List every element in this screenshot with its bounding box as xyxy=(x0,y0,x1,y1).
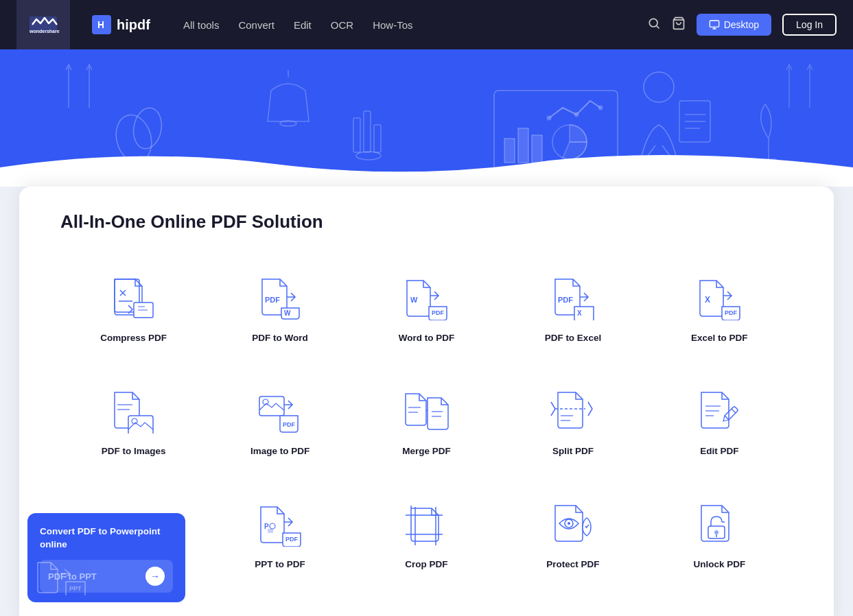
pdf-to-images-label: PDF to Images xyxy=(102,446,166,456)
hipdf-text: hipdf xyxy=(117,17,150,33)
nav-links: All tools Convert Edit OCR How-Tos xyxy=(183,19,413,31)
tool-pdf-to-excel[interactable]: PDF X PDF to Excel xyxy=(500,257,646,359)
split-pdf-label: Split PDF xyxy=(552,446,594,456)
word-to-pdf-label: Word to PDF xyxy=(399,333,455,343)
nav-all-tools[interactable]: All tools xyxy=(183,19,220,31)
pdf-to-word-label: PDF to Word xyxy=(252,333,308,343)
tool-crop-pdf[interactable]: Crop PDF xyxy=(353,484,500,586)
navbar: wondershare hipdf All tools Convert Edit… xyxy=(0,0,853,49)
svg-point-3 xyxy=(649,19,657,27)
compress-pdf-label: Compress PDF xyxy=(100,333,167,343)
pdf-to-excel-label: PDF to Excel xyxy=(545,333,602,343)
word-to-pdf-icon: W PDF xyxy=(399,274,454,323)
svg-text:PDF: PDF xyxy=(283,421,296,428)
tool-pdf-to-word[interactable]: PDF W PDF to Word xyxy=(207,257,353,359)
svg-point-72 xyxy=(568,522,570,525)
svg-text:PDF: PDF xyxy=(265,296,280,304)
svg-text:X: X xyxy=(705,295,710,305)
svg-text:PDF: PDF xyxy=(432,309,445,316)
unlock-pdf-icon xyxy=(692,500,747,549)
nav-edit[interactable]: Edit xyxy=(294,19,312,31)
tool-protect-pdf[interactable]: Protect PDF xyxy=(500,484,646,586)
nav-actions: Desktop Log In xyxy=(647,14,837,36)
tool-pdf-to-images[interactable]: PDF to Images xyxy=(60,370,207,473)
svg-point-22 xyxy=(547,116,551,120)
excel-to-pdf-icon: X PDF xyxy=(692,274,747,323)
ppt-to-pdf-icon: P PDF xyxy=(253,500,307,549)
excel-to-pdf-label: Excel to PDF xyxy=(691,333,748,343)
ppt-to-pdf-label: PPT to PDF xyxy=(255,559,305,569)
svg-point-7 xyxy=(130,106,165,151)
svg-line-62 xyxy=(732,409,736,413)
crop-pdf-label: Crop PDF xyxy=(405,559,447,569)
svg-text:PDF: PDF xyxy=(725,309,738,316)
hipdf-brand[interactable]: hipdf xyxy=(92,15,150,34)
compress-pdf-icon xyxy=(106,274,161,323)
pdf-to-images-icon xyxy=(106,387,161,436)
search-icon[interactable] xyxy=(647,16,661,34)
wondershare-logo[interactable]: wondershare xyxy=(16,0,70,49)
unlock-pdf-label: Unlock PDF xyxy=(693,559,745,569)
tool-compress-pdf[interactable]: Compress PDF xyxy=(60,257,207,359)
pdf-to-word-icon: PDF W xyxy=(253,274,307,323)
svg-rect-5 xyxy=(710,21,718,27)
hero-banner xyxy=(0,49,853,187)
svg-rect-64 xyxy=(268,529,273,533)
svg-text:wondershare: wondershare xyxy=(29,29,60,34)
merge-pdf-label: Merge PDF xyxy=(402,446,451,456)
cart-icon[interactable] xyxy=(672,16,686,34)
svg-text:PPT: PPT xyxy=(69,585,82,592)
split-pdf-icon xyxy=(546,387,600,436)
tool-ppt-to-pdf[interactable]: P PDF PPT to PDF xyxy=(207,484,353,586)
tool-excel-to-pdf[interactable]: X PDF Excel to PDF xyxy=(646,257,793,359)
tool-split-pdf[interactable]: Split PDF xyxy=(500,370,646,473)
svg-rect-15 xyxy=(364,111,371,152)
login-button[interactable]: Log In xyxy=(782,14,837,36)
merge-pdf-icon xyxy=(399,387,454,436)
svg-text:PDF: PDF xyxy=(558,296,573,304)
tools-row-2: PDF to Images PDF Image to PDF xyxy=(60,370,793,473)
svg-rect-47 xyxy=(128,416,153,434)
tool-unlock-pdf[interactable]: Unlock PDF xyxy=(646,484,793,586)
hipdf-icon xyxy=(92,15,111,34)
svg-point-65 xyxy=(270,523,275,529)
edit-pdf-label: Edit PDF xyxy=(700,446,738,456)
svg-text:W: W xyxy=(410,296,418,304)
tool-edit-pdf[interactable]: Edit PDF xyxy=(646,370,793,473)
tool-image-to-pdf[interactable]: PDF Image to PDF xyxy=(207,370,353,473)
promo-card-text: Convert PDF to Powerpoint online xyxy=(40,525,173,552)
svg-point-25 xyxy=(644,72,674,102)
page-title: All-In-One Online PDF Solution xyxy=(60,211,793,233)
nav-convert[interactable]: Convert xyxy=(238,19,274,31)
svg-point-74 xyxy=(714,530,718,534)
svg-text:W: W xyxy=(284,309,291,317)
svg-point-23 xyxy=(574,112,579,117)
crop-pdf-icon xyxy=(399,500,454,549)
desktop-button[interactable]: Desktop xyxy=(697,14,771,36)
image-to-pdf-label: Image to PDF xyxy=(250,446,309,456)
tools-row-1: Compress PDF PDF W PDF to Word xyxy=(60,257,793,359)
tool-word-to-pdf[interactable]: W PDF Word to PDF xyxy=(353,257,500,359)
protect-pdf-label: Protect PDF xyxy=(546,559,599,569)
svg-text:X: X xyxy=(577,309,582,317)
pdf-to-excel-icon: PDF X xyxy=(546,274,600,323)
nav-ocr[interactable]: OCR xyxy=(331,19,353,31)
svg-text:PDF: PDF xyxy=(285,536,299,543)
promo-arrow[interactable]: → xyxy=(145,567,165,586)
promo-card[interactable]: Convert PDF to Powerpoint online PPT PDF… xyxy=(27,513,185,602)
nav-how-tos[interactable]: How-Tos xyxy=(373,19,412,31)
image-to-pdf-icon: PDF xyxy=(253,387,307,436)
svg-point-24 xyxy=(598,106,603,110)
protect-pdf-icon xyxy=(546,500,600,549)
tool-merge-pdf[interactable]: Merge PDF xyxy=(353,370,500,473)
edit-pdf-icon xyxy=(692,387,747,436)
